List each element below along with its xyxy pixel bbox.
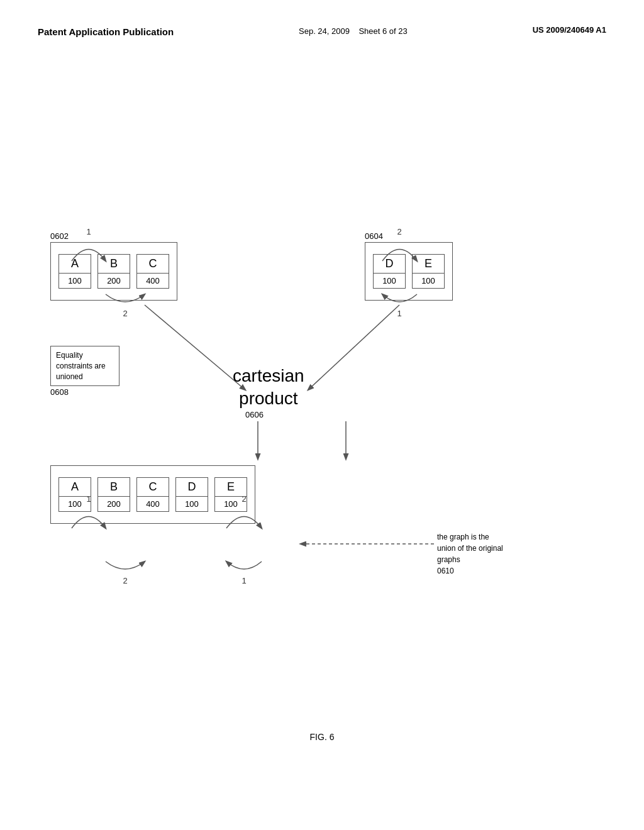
node-c-result: C 400 <box>136 477 169 512</box>
node-e-value: 100 <box>413 274 444 288</box>
node-e-result-value: 100 <box>215 497 247 511</box>
node-a-0602: A 100 <box>58 254 91 289</box>
svg-line-5 <box>308 305 399 390</box>
union-note-ref: 0610 <box>437 567 454 575</box>
svg-text:2: 2 <box>397 227 401 236</box>
node-a-result-value: 100 <box>59 497 91 511</box>
patent-number: US 2009/240649 A1 <box>533 25 606 35</box>
cartesian-product-label: cartesianproduct <box>233 365 304 411</box>
publication-date: Sep. 24, 2009 <box>299 26 350 36</box>
callout-equality-box: Equalityconstraints areunioned <box>50 346 119 386</box>
graph-0604-box: D 100 E 100 <box>365 242 453 301</box>
node-b-letter: B <box>98 255 130 274</box>
graph-0602-label: 0602 <box>50 231 69 241</box>
callout-equality-ref: 0608 <box>50 387 69 397</box>
publication-title: Patent Application Publication <box>38 25 174 38</box>
node-d-result-value: 100 <box>176 497 208 511</box>
node-d-result: D 100 <box>175 477 208 512</box>
node-a-value: 100 <box>59 274 91 288</box>
node-c-result-value: 400 <box>137 497 169 511</box>
node-e-letter: E <box>413 255 444 274</box>
node-e-0604: E 100 <box>412 254 445 289</box>
graph-0604-label: 0604 <box>365 231 383 241</box>
node-c-0602: C 400 <box>136 254 169 289</box>
svg-text:2: 2 <box>123 309 127 318</box>
diagram-svg: 1 2 2 1 1 2 2 1 <box>38 138 606 704</box>
svg-text:1: 1 <box>242 576 246 585</box>
node-e-result-letter: E <box>215 478 247 497</box>
node-b-result-value: 200 <box>98 497 130 511</box>
node-c-result-letter: C <box>137 478 169 497</box>
graph-0602-box: A 100 B 200 C 400 <box>50 242 177 301</box>
node-a-letter: A <box>59 255 91 274</box>
node-a-result-letter: A <box>59 478 91 497</box>
node-b-0602: B 200 <box>97 254 130 289</box>
header-center: Sep. 24, 2009 Sheet 6 of 23 <box>299 25 408 38</box>
sheet-info: Sheet 6 of 23 <box>358 26 407 36</box>
page-header: Patent Application Publication Sep. 24, … <box>0 0 644 38</box>
node-e-result: E 100 <box>214 477 247 512</box>
diagram-area: 1 2 2 1 1 2 2 1 <box>38 138 606 704</box>
node-b-value: 200 <box>98 274 130 288</box>
svg-text:2: 2 <box>123 576 127 585</box>
node-d-letter: D <box>374 255 405 274</box>
svg-text:1: 1 <box>86 227 91 236</box>
graph-0602-nodes: A 100 B 200 C 400 <box>58 254 169 289</box>
graph-result-nodes: A 100 B 200 C 400 D 100 E 100 <box>58 477 247 512</box>
cartesian-product-ref: 0606 <box>245 410 264 419</box>
node-d-result-letter: D <box>176 478 208 497</box>
callout-equality-text: Equalityconstraints areunioned <box>56 350 114 382</box>
node-c-value: 400 <box>137 274 169 288</box>
node-d-value: 100 <box>374 274 405 288</box>
node-b-result-letter: B <box>98 478 130 497</box>
node-d-0604: D 100 <box>373 254 406 289</box>
fig-caption: FIG. 6 <box>38 732 606 742</box>
node-b-result: B 200 <box>97 477 130 512</box>
svg-line-4 <box>145 305 245 390</box>
graph-result-box: A 100 B 200 C 400 D 100 E 100 <box>50 465 255 524</box>
node-c-letter: C <box>137 255 169 274</box>
svg-text:1: 1 <box>397 309 401 318</box>
union-note: the graph is theunion of the originalgra… <box>437 531 544 577</box>
graph-0604-nodes: D 100 E 100 <box>373 254 445 289</box>
node-a-result: A 100 <box>58 477 91 512</box>
